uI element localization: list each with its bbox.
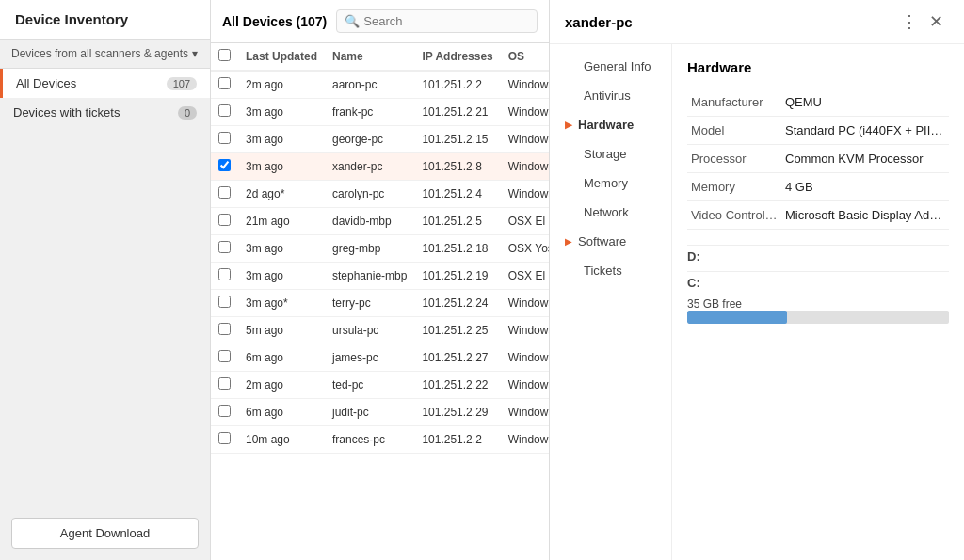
table-row[interactable]: 3m ago frank-pc 101.251.2.21 Windows 7 P… [211,99,549,126]
hw-field-value: Standard PC (i440FX + PIIX, 1996) [781,117,949,145]
row-ip: 101.251.2.21 [414,99,500,126]
table-row[interactable]: 3m ago* terry-pc 101.251.2.24 Windows 7 … [211,290,549,317]
row-updated: 21m ago [238,208,325,235]
row-checkbox[interactable] [211,99,238,126]
table-row[interactable]: 3m ago george-pc 101.251.2.15 Windows 7 … [211,126,549,153]
table-row[interactable]: 3m ago greg-mbp 101.251.2.18 OSX Yosemit… [211,235,549,263]
row-name: judit-pc [325,399,414,426]
row-ip: 101.251.2.18 [414,235,500,263]
detail-nav-label: Storage [584,147,627,161]
table-row[interactable]: 21m ago davidb-mbp 101.251.2.5 OSX El Ca… [211,208,549,235]
detail-nav-item-general-info[interactable]: General Info [550,52,671,81]
row-checkbox[interactable] [211,317,238,344]
row-os: OSX El Capita [501,263,549,290]
detail-nav-item-hardware[interactable]: ▶Hardware [550,110,671,139]
row-checkbox[interactable] [211,372,238,399]
close-icon[interactable]: ✕ [924,11,949,32]
sidebar-item-count: 107 [167,77,197,90]
row-updated: 3m ago [238,263,325,290]
row-updated: 6m ago [238,344,325,372]
disk-item: C: 35 GB free [687,271,949,324]
detail-header: xander-pc ⋮ ✕ [550,0,964,44]
detail-nav-item-software[interactable]: ▶Software [550,227,671,256]
row-name: george-pc [325,126,414,153]
sidebar-item-all-devices[interactable]: All Devices 107 [0,69,210,98]
row-os: Windows 7 Pr [501,426,549,454]
hardware-table: ManufacturerQEMUModelStandard PC (i440FX… [687,88,949,230]
row-ip: 101.251.2.2 [414,426,500,454]
table-row[interactable]: 3m ago xander-pc 101.251.2.8 Windows 7 P… [211,153,549,181]
detail-nav-item-antivirus[interactable]: Antivirus [550,81,671,110]
table-row[interactable]: 6m ago james-pc 101.251.2.27 Windows 7 P… [211,344,549,372]
row-name: greg-mbp [325,235,414,263]
row-name: frank-pc [325,99,414,126]
row-ip: 101.251.2.2 [414,71,500,99]
row-checkbox[interactable] [211,399,238,426]
row-checkbox[interactable] [211,263,238,290]
disk-bar-bg [687,311,949,324]
row-name: frances-pc [325,426,414,454]
table-row[interactable]: 2m ago ted-pc 101.251.2.22 Windows 7 Pr [211,372,549,399]
row-checkbox[interactable] [211,426,238,454]
sidebar-nav: All Devices 107 Devices with tickets 0 [0,69,210,506]
table-row[interactable]: 3m ago stephanie-mbp 101.251.2.19 OSX El… [211,263,549,290]
agent-download-button[interactable]: Agent Download [11,518,199,549]
row-checkbox[interactable] [211,181,238,208]
row-name: xander-pc [325,153,414,181]
disk-bar-row: 35 GB free [687,297,949,311]
row-checkbox[interactable] [211,153,238,181]
row-checkbox[interactable] [211,235,238,263]
table-row[interactable]: 10m ago frances-pc 101.251.2.2 Windows 7… [211,426,549,454]
row-os: Windows 7 Pr [501,317,549,344]
sidebar-item-label: All Devices [16,76,76,90]
col-checkbox [211,43,238,71]
row-updated: 3m ago [238,153,325,181]
hw-field-row: ManufacturerQEMU [687,88,949,117]
disk-free-label: 35 GB free [687,297,742,311]
row-ip: 101.251.2.22 [414,372,500,399]
row-ip: 101.251.2.25 [414,317,500,344]
row-ip: 101.251.2.24 [414,290,500,317]
sidebar: Device Inventory Devices from all scanne… [0,0,211,560]
detail-nav-item-storage[interactable]: Storage [550,139,671,168]
row-checkbox[interactable] [211,290,238,317]
row-ip: 101.251.2.15 [414,126,500,153]
hw-field-value: Microsoft Basic Display Adapter [781,201,949,230]
row-updated: 10m ago [238,426,325,454]
table-row[interactable]: 5m ago ursula-pc 101.251.2.25 Windows 7 … [211,317,549,344]
sidebar-filter[interactable]: Devices from all scanners & agents ▾ [0,40,210,69]
select-all-checkbox[interactable] [218,49,231,61]
row-name: james-pc [325,344,414,372]
row-os: Windows 7 Pr [501,126,549,153]
row-updated: 3m ago* [238,290,325,317]
row-checkbox[interactable] [211,126,238,153]
row-os: Windows 7 Pr [501,399,549,426]
search-input[interactable] [363,14,529,28]
row-name: terry-pc [325,290,414,317]
row-ip: 101.251.2.19 [414,263,500,290]
row-name: stephanie-mbp [325,263,414,290]
hardware-title: Hardware [687,59,949,75]
row-checkbox[interactable] [211,71,238,99]
table-row[interactable]: 2m ago aaron-pc 101.251.2.2 Windows 8 Pr [211,71,549,99]
row-checkbox[interactable] [211,344,238,372]
detail-nav-item-memory[interactable]: Memory [550,168,671,198]
sidebar-item-label: Devices with tickets [13,105,120,120]
sidebar-filter-label: Devices from all scanners & agents [11,47,188,60]
detail-nav-item-network[interactable]: Network [550,198,671,227]
hw-field-label: Video Controller [687,201,781,230]
table-row[interactable]: 2d ago* carolyn-pc 101.251.2.4 Windows 7… [211,181,549,208]
detail-nav-item-tickets[interactable]: Tickets [550,256,671,285]
kebab-menu-icon[interactable]: ⋮ [895,11,924,32]
col-name: Name [325,43,414,71]
row-name: ursula-pc [325,317,414,344]
row-updated: 3m ago [238,99,325,126]
row-os: Windows 7 U [501,290,549,317]
row-name: carolyn-pc [325,181,414,208]
row-os: OSX El Capita [501,208,549,235]
sidebar-item-tickets[interactable]: Devices with tickets 0 [0,98,210,127]
hw-field-label: Manufacturer [687,88,781,117]
detail-nav-label: General Info [584,59,651,73]
table-row[interactable]: 6m ago judit-pc 101.251.2.29 Windows 7 P… [211,399,549,426]
row-checkbox[interactable] [211,208,238,235]
